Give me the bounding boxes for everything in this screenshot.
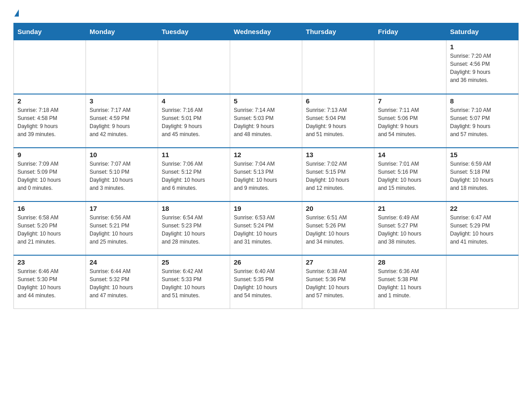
day-number: 23 — [17, 258, 82, 266]
calendar-cell: 8Sunrise: 7:10 AM Sunset: 5:07 PM Daylig… — [446, 94, 519, 148]
day-info: Sunrise: 7:18 AM Sunset: 4:58 PM Dayligh… — [17, 106, 82, 138]
calendar-cell — [374, 40, 446, 94]
calendar-cell: 13Sunrise: 7:02 AM Sunset: 5:15 PM Dayli… — [302, 148, 374, 201]
calendar-cell: 18Sunrise: 6:54 AM Sunset: 5:23 PM Dayli… — [158, 201, 230, 255]
calendar-cell: 24Sunrise: 6:44 AM Sunset: 5:32 PM Dayli… — [86, 255, 158, 309]
calendar-week-row: 9Sunrise: 7:09 AM Sunset: 5:09 PM Daylig… — [14, 148, 519, 201]
weekday-header-friday: Friday — [374, 23, 446, 40]
day-number: 10 — [90, 151, 154, 158]
day-info: Sunrise: 7:17 AM Sunset: 4:59 PM Dayligh… — [90, 106, 154, 138]
day-number: 28 — [378, 258, 442, 266]
calendar-cell: 12Sunrise: 7:04 AM Sunset: 5:13 PM Dayli… — [230, 148, 302, 201]
page-header — [13, 9, 519, 18]
calendar-cell: 16Sunrise: 6:58 AM Sunset: 5:20 PM Dayli… — [14, 201, 86, 255]
calendar-cell — [230, 40, 302, 94]
day-info: Sunrise: 6:49 AM Sunset: 5:27 PM Dayligh… — [378, 214, 442, 246]
calendar-cell: 3Sunrise: 7:17 AM Sunset: 4:59 PM Daylig… — [86, 94, 158, 148]
calendar-cell: 26Sunrise: 6:40 AM Sunset: 5:35 PM Dayli… — [230, 255, 302, 309]
day-info: Sunrise: 6:53 AM Sunset: 5:24 PM Dayligh… — [234, 214, 298, 246]
day-number: 24 — [90, 258, 154, 266]
day-info: Sunrise: 7:07 AM Sunset: 5:10 PM Dayligh… — [90, 160, 154, 192]
day-number: 5 — [234, 97, 298, 105]
logo-triangle-icon — [14, 9, 19, 17]
day-number: 22 — [450, 205, 515, 212]
calendar-week-row: 1Sunrise: 7:20 AM Sunset: 4:56 PM Daylig… — [14, 40, 519, 94]
day-number: 7 — [378, 97, 442, 105]
calendar-cell: 22Sunrise: 6:47 AM Sunset: 5:29 PM Dayli… — [446, 201, 519, 255]
day-number: 26 — [234, 258, 298, 266]
calendar-cell: 17Sunrise: 6:56 AM Sunset: 5:21 PM Dayli… — [86, 201, 158, 255]
day-info: Sunrise: 6:46 AM Sunset: 5:30 PM Dayligh… — [17, 267, 82, 300]
calendar-cell — [302, 40, 374, 94]
weekday-header-thursday: Thursday — [302, 23, 374, 40]
day-info: Sunrise: 6:40 AM Sunset: 5:35 PM Dayligh… — [234, 267, 298, 300]
calendar-cell: 21Sunrise: 6:49 AM Sunset: 5:27 PM Dayli… — [374, 201, 446, 255]
day-info: Sunrise: 7:09 AM Sunset: 5:09 PM Dayligh… — [17, 160, 82, 192]
calendar-week-row: 2Sunrise: 7:18 AM Sunset: 4:58 PM Daylig… — [14, 94, 519, 148]
calendar-cell: 14Sunrise: 7:01 AM Sunset: 5:16 PM Dayli… — [374, 148, 446, 201]
calendar-cell: 1Sunrise: 7:20 AM Sunset: 4:56 PM Daylig… — [446, 40, 519, 94]
calendar-week-row: 16Sunrise: 6:58 AM Sunset: 5:20 PM Dayli… — [14, 201, 519, 255]
day-number: 16 — [17, 205, 82, 212]
calendar-cell: 10Sunrise: 7:07 AM Sunset: 5:10 PM Dayli… — [86, 148, 158, 201]
calendar-cell: 7Sunrise: 7:11 AM Sunset: 5:06 PM Daylig… — [374, 94, 446, 148]
day-info: Sunrise: 6:44 AM Sunset: 5:32 PM Dayligh… — [90, 267, 154, 300]
day-info: Sunrise: 6:59 AM Sunset: 5:18 PM Dayligh… — [450, 160, 515, 192]
day-info: Sunrise: 7:20 AM Sunset: 4:56 PM Dayligh… — [450, 52, 515, 84]
day-number: 14 — [378, 151, 442, 158]
calendar-cell — [14, 40, 86, 94]
day-number: 27 — [306, 258, 370, 266]
day-info: Sunrise: 7:16 AM Sunset: 5:01 PM Dayligh… — [162, 106, 226, 138]
calendar-cell — [158, 40, 230, 94]
day-info: Sunrise: 7:14 AM Sunset: 5:03 PM Dayligh… — [234, 106, 298, 138]
weekday-header-tuesday: Tuesday — [158, 23, 230, 40]
day-number: 3 — [90, 97, 154, 105]
day-number: 21 — [378, 205, 442, 212]
day-number: 1 — [450, 43, 515, 51]
weekday-header-monday: Monday — [86, 23, 158, 40]
day-number: 15 — [450, 151, 515, 158]
day-info: Sunrise: 7:01 AM Sunset: 5:16 PM Dayligh… — [378, 160, 442, 192]
calendar-cell: 15Sunrise: 6:59 AM Sunset: 5:18 PM Dayli… — [446, 148, 519, 201]
day-info: Sunrise: 7:06 AM Sunset: 5:12 PM Dayligh… — [162, 160, 226, 192]
day-number: 11 — [162, 151, 226, 158]
calendar-cell: 25Sunrise: 6:42 AM Sunset: 5:33 PM Dayli… — [158, 255, 230, 309]
calendar-cell: 27Sunrise: 6:38 AM Sunset: 5:36 PM Dayli… — [302, 255, 374, 309]
calendar-cell: 19Sunrise: 6:53 AM Sunset: 5:24 PM Dayli… — [230, 201, 302, 255]
day-info: Sunrise: 6:36 AM Sunset: 5:38 PM Dayligh… — [378, 267, 442, 300]
calendar-cell: 11Sunrise: 7:06 AM Sunset: 5:12 PM Dayli… — [158, 148, 230, 201]
day-number: 20 — [306, 205, 370, 212]
calendar-cell — [86, 40, 158, 94]
day-info: Sunrise: 6:42 AM Sunset: 5:33 PM Dayligh… — [162, 267, 226, 300]
day-number: 8 — [450, 97, 515, 105]
day-info: Sunrise: 6:38 AM Sunset: 5:36 PM Dayligh… — [306, 267, 370, 300]
calendar-table: SundayMondayTuesdayWednesdayThursdayFrid… — [13, 23, 519, 309]
calendar-cell: 28Sunrise: 6:36 AM Sunset: 5:38 PM Dayli… — [374, 255, 446, 309]
day-info: Sunrise: 6:58 AM Sunset: 5:20 PM Dayligh… — [17, 214, 82, 246]
calendar-cell: 6Sunrise: 7:13 AM Sunset: 5:04 PM Daylig… — [302, 94, 374, 148]
day-info: Sunrise: 6:54 AM Sunset: 5:23 PM Dayligh… — [162, 214, 226, 246]
day-number: 2 — [17, 97, 82, 105]
day-number: 25 — [162, 258, 226, 266]
day-info: Sunrise: 7:13 AM Sunset: 5:04 PM Dayligh… — [306, 106, 370, 138]
calendar-week-row: 23Sunrise: 6:46 AM Sunset: 5:30 PM Dayli… — [14, 255, 519, 309]
day-number: 12 — [234, 151, 298, 158]
day-info: Sunrise: 6:47 AM Sunset: 5:29 PM Dayligh… — [450, 214, 515, 246]
day-info: Sunrise: 6:56 AM Sunset: 5:21 PM Dayligh… — [90, 214, 154, 246]
weekday-header-saturday: Saturday — [446, 23, 519, 40]
calendar-cell: 20Sunrise: 6:51 AM Sunset: 5:26 PM Dayli… — [302, 201, 374, 255]
day-info: Sunrise: 7:11 AM Sunset: 5:06 PM Dayligh… — [378, 106, 442, 138]
calendar-cell: 4Sunrise: 7:16 AM Sunset: 5:01 PM Daylig… — [158, 94, 230, 148]
calendar-cell — [446, 255, 519, 309]
calendar-header-row: SundayMondayTuesdayWednesdayThursdayFrid… — [14, 23, 519, 40]
calendar-cell: 9Sunrise: 7:09 AM Sunset: 5:09 PM Daylig… — [14, 148, 86, 201]
day-number: 19 — [234, 205, 298, 212]
day-number: 9 — [17, 151, 82, 158]
calendar-cell: 2Sunrise: 7:18 AM Sunset: 4:58 PM Daylig… — [14, 94, 86, 148]
logo — [13, 9, 19, 18]
weekday-header-sunday: Sunday — [14, 23, 86, 40]
calendar-cell: 23Sunrise: 6:46 AM Sunset: 5:30 PM Dayli… — [14, 255, 86, 309]
day-number: 4 — [162, 97, 226, 105]
day-number: 18 — [162, 205, 226, 212]
day-number: 17 — [90, 205, 154, 212]
